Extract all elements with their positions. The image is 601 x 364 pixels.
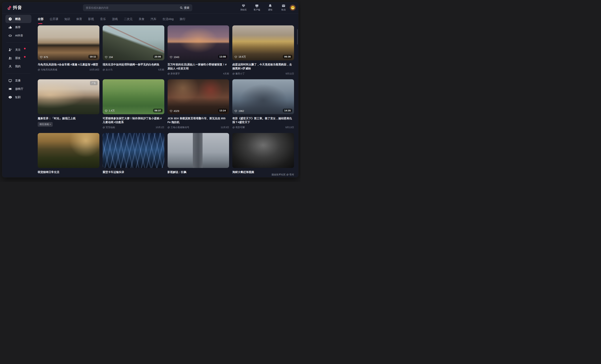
sidebar-item-live[interactable]: 直播: [5, 77, 31, 85]
video-thumbnail[interactable]: 194 20:06: [103, 25, 164, 60]
video-thumbnail[interactable]: 1962 14:35: [232, 79, 294, 114]
tab-all[interactable]: 全部: [38, 17, 43, 24]
video-author[interactable]: @ 有苏可卿: [232, 126, 245, 129]
like-count: 18.6万: [234, 55, 246, 58]
tiktok-note-icon: [7, 5, 11, 10]
video-author[interactable]: @ 豫西小丁: [232, 72, 245, 75]
search-input[interactable]: [83, 6, 177, 9]
tab-knowledge[interactable]: 知识: [64, 17, 70, 24]
duration-badge: 13:08: [218, 55, 228, 58]
tab-life-vlog[interactable]: 生活vlog: [162, 17, 173, 24]
messages-button[interactable]: 私信: [280, 4, 288, 11]
video-title[interactable]: 乌龟壳玩具剧场 #合金车模 #童趣 #儿童益智 #模型: [38, 63, 99, 67]
video-thumbnail[interactable]: 1.4万 08:37: [103, 79, 164, 114]
logo-text: 抖音: [13, 5, 22, 10]
sidebar-item-profile[interactable]: 我的: [5, 62, 31, 70]
tab-movies[interactable]: 影视: [88, 17, 94, 24]
video-title[interactable]: JCB 3DX 装载泥浆至塔塔翻斗车、斯瓦拉杰 855 Fe 拖拉机: [168, 116, 229, 124]
sidebar-item-recommend[interactable]: 推荐: [5, 23, 31, 31]
video-thumbnail[interactable]: [232, 133, 294, 168]
tab-music[interactable]: 音乐: [100, 17, 106, 24]
sidebar-group-social: 关注 朋友: [2, 44, 35, 72]
video-title[interactable]: 百万年前的生活|原始人一家偷吃小野猪被报复！#原始人 #史前文明: [168, 63, 229, 70]
active-tab-underline: [38, 23, 42, 24]
video-card: 18.6万 06:36 卤蛋这段时间太飘了，今天竟然敢当着黑豹面，去揍黑刺 #罗…: [232, 25, 294, 75]
video-thumbnail[interactable]: [103, 133, 164, 168]
recharge-button[interactable]: 充钻石: [240, 4, 248, 11]
monitor-icon: [255, 4, 259, 8]
tab-travel[interactable]: 旅行: [180, 17, 185, 24]
avatar[interactable]: 😬: [290, 5, 296, 11]
bell-icon: [268, 4, 272, 8]
video-author[interactable]: @ 宝宝动画: [103, 126, 115, 129]
video-thumbnail[interactable]: [38, 133, 99, 168]
tab-cars[interactable]: 汽车: [150, 17, 156, 24]
video-title[interactable]: 现实生活中如何处理和烧烤一条罕见的白色鳄鱼: [103, 63, 164, 67]
ad-card: 广告 魔兽世界：「时光」服现已上线 前往游戏 >: [38, 79, 99, 129]
sidebar-item-label: AI抖音: [15, 34, 23, 37]
watermark-credit: 掘金技术社区 @ 苍何: [272, 173, 294, 176]
video-title[interactable]: 卤蛋这段时间太飘了，今天竟然敢当着黑豹面，去揍黑刺 #罗威纳: [232, 63, 294, 70]
duration-badge: 13:24: [218, 109, 228, 113]
sidebar-group-feeds: 精选 推荐 AI抖音: [2, 13, 35, 41]
tab-sports[interactable]: 体育: [76, 17, 82, 24]
video-author[interactable]: @ 工地小英雄集结号: [168, 126, 189, 129]
video-card: 萌宠猫咪日常生活: [38, 133, 99, 174]
video-card: 重型卡车运输实录: [103, 133, 164, 174]
search-button-label: 搜索: [184, 6, 189, 10]
robot-icon: [8, 34, 12, 38]
sidebar-item-label: 朋友: [15, 56, 20, 60]
video-date: 11月3日: [221, 126, 229, 129]
video-title[interactable]: 可爱猫咪参加厨艺大赛！制作美味沙丁鱼小蛋糕 #儿童动画 #治愈系: [103, 116, 164, 124]
heart-icon: [105, 56, 108, 58]
video-thumbnail[interactable]: 广告: [38, 79, 99, 114]
tab-open-course[interactable]: 公开课: [50, 17, 58, 24]
video-thumbnail[interactable]: 1043 13:08: [168, 25, 229, 60]
sidebar-item-label: 我的: [15, 65, 20, 68]
video-title[interactable]: 魔兽世界：「时光」服现已上线: [38, 116, 99, 120]
tab-food[interactable]: 美食: [139, 17, 144, 24]
diamond-icon: [241, 4, 245, 8]
video-title[interactable]: 有苏《盛世天下》第三章。救了宫女，她却恩将仇报？#盛世天下: [232, 116, 294, 124]
video-date: 4天前: [223, 72, 229, 75]
notification-dot: [24, 48, 26, 49]
sidebar-item-label: 放映厅: [15, 87, 23, 91]
tab-games[interactable]: 游戏: [112, 17, 118, 24]
video-title[interactable]: 重型卡车运输实录: [103, 170, 164, 174]
sidebar-item-label: 关注: [15, 48, 20, 52]
video-title[interactable]: 影视解说：狂飙: [168, 170, 229, 174]
heart-icon: [234, 110, 237, 113]
thumb-up-icon: [8, 25, 12, 29]
sidebar-item-short-drama[interactable]: 短剧: [5, 93, 31, 101]
search-button[interactable]: 搜索: [177, 4, 192, 11]
video-thumbnail[interactable]: 4329 13:24: [168, 79, 229, 114]
video-thumbnail[interactable]: [168, 133, 229, 168]
video-date: 10月1日: [156, 126, 164, 129]
sidebar-item-ai-douyin[interactable]: AI抖音: [5, 31, 31, 40]
video-author[interactable]: @ 左小马: [103, 68, 113, 71]
duration-badge: 10:11: [88, 55, 98, 58]
video-card: 675 10:11 乌龟壳玩具剧场 #合金车模 #童趣 #儿童益智 #模型 @ …: [38, 25, 99, 75]
tab-anime[interactable]: 二次元: [124, 17, 133, 24]
header-actions: 充钻石 客户端 通知: [240, 4, 288, 11]
video-author[interactable]: @ 异兽寰宇: [168, 72, 180, 75]
search-icon: [180, 6, 183, 9]
avatar-face: 😬: [290, 6, 295, 10]
sidebar-item-featured[interactable]: 精选: [5, 15, 31, 23]
notifications-button[interactable]: 通知: [266, 4, 274, 11]
client-button[interactable]: 客户端: [253, 4, 261, 11]
video-thumbnail[interactable]: 675 10:11: [38, 25, 99, 60]
video-author[interactable]: @ 乌龟壳玩具商城: [38, 68, 57, 71]
sidebar-item-cinema[interactable]: 放映厅: [5, 85, 31, 93]
go-to-game-button[interactable]: 前往游戏 >: [38, 122, 53, 127]
video-card: 194 20:06 现实生活中如何处理和烧烤一条罕见的白色鳄鱼 @ 左小马 5天…: [103, 25, 164, 75]
video-thumbnail[interactable]: 18.6万 06:36: [232, 25, 294, 60]
duration-badge: 06:36: [283, 55, 292, 58]
sidebar-item-label: 精选: [15, 17, 20, 21]
scrollbar-thumb[interactable]: [297, 29, 298, 45]
main-content: 全部 公开课 知识 体育 影视 音乐 游戏 二次元 美食 汽车 生活vlog 旅…: [35, 13, 298, 177]
video-title[interactable]: 萌宠猫咪日常生活: [38, 170, 99, 174]
sidebar-item-following[interactable]: 关注: [5, 46, 31, 54]
sidebar-item-friends[interactable]: 朋友: [5, 54, 31, 62]
douyin-logo[interactable]: 抖音: [7, 5, 22, 10]
